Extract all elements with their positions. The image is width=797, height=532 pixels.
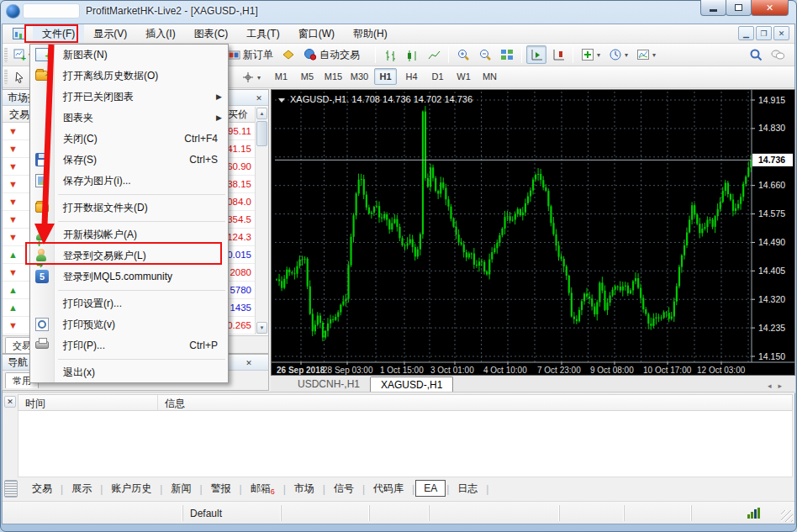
templates-button[interactable]: ▾: [633, 45, 659, 64]
autotrading-button[interactable]: 自动交易: [300, 45, 363, 64]
svg-text:10 Oct 17:00: 10 Oct 17:00: [643, 366, 692, 375]
quick-access-area: [23, 3, 80, 18]
timeframe-m30[interactable]: M30: [348, 68, 371, 85]
mdi-restore-button[interactable]: ❐: [756, 26, 772, 40]
timeframe-m15[interactable]: M15: [322, 68, 345, 85]
chart-tab-usdcnh[interactable]: USDCNH-,H1: [288, 377, 370, 392]
timeframe-d1[interactable]: D1: [426, 68, 449, 85]
new-order-button[interactable]: 新订单: [224, 45, 277, 64]
title-bar[interactable]: ProfitMarketHK-Live2 - [XAGUSD-,H1] ✕: [0, 0, 797, 24]
arrow-down-icon: ▼: [8, 143, 18, 155]
toolbar-grip[interactable]: [4, 47, 8, 62]
bid-price: 95.11: [228, 126, 251, 136]
menu-item-18[interactable]: 退出(x): [30, 362, 228, 383]
candle-icon: [405, 48, 419, 62]
timeframe-h1[interactable]: H1: [374, 68, 397, 85]
mdi-close-button[interactable]: ✕: [773, 26, 789, 40]
menu-item-15[interactable]: 打印预览(v): [30, 314, 228, 335]
status-bar: Default: [3, 501, 794, 524]
cursor-tool-button[interactable]: [9, 68, 29, 87]
candlestick-chart-button[interactable]: [402, 45, 422, 64]
auto-scroll-button[interactable]: [526, 45, 546, 64]
terminal-tab-10[interactable]: 日志: [450, 479, 485, 498]
indicators-button[interactable]: ▾: [578, 45, 604, 64]
menu-item-0[interactable]: 新图表(N): [30, 45, 228, 66]
arrow-down-icon: ▼: [8, 231, 18, 243]
terminal-grip[interactable]: [4, 480, 18, 498]
market-watch-close-icon[interactable]: ✕: [253, 92, 265, 103]
chart-shift-button[interactable]: [548, 45, 568, 64]
menu-item-1[interactable]: 打开离线历史数据(O): [30, 66, 228, 87]
time-column-header[interactable]: 时间: [18, 395, 158, 410]
menu-item-5[interactable]: 保存(S)Ctrl+S: [30, 150, 228, 171]
terminal-tab-6[interactable]: 市场: [287, 479, 322, 498]
community-chat-button[interactable]: [768, 45, 788, 64]
mdi-minimize-button[interactable]: ▁: [738, 26, 754, 40]
line-chart-button[interactable]: [424, 45, 444, 64]
terminal-tab-8[interactable]: 代码库: [366, 479, 411, 498]
toolbar-grip-2[interactable]: [4, 69, 8, 84]
tab-scroll-icons[interactable]: ◂▸: [768, 382, 789, 390]
zoom-out-button[interactable]: [475, 45, 495, 64]
svg-text:4 Oct 10:00: 4 Oct 10:00: [483, 366, 527, 375]
message-column-header[interactable]: 信息: [158, 395, 792, 410]
autotrade-icon: [303, 48, 317, 62]
tile-windows-button[interactable]: [497, 45, 517, 64]
candlestick-chart[interactable]: 14.91514.83014.66014.57514.49014.40514.3…: [272, 90, 794, 375]
close-icon: ✕: [766, 3, 773, 13]
terminal-tab-0[interactable]: 交易: [24, 479, 60, 498]
terminal-tab-7[interactable]: 信号: [326, 479, 362, 498]
navigator-close-icon[interactable]: ✕: [243, 356, 255, 368]
terminal-tab-5[interactable]: 邮箱6: [243, 479, 282, 498]
menubar-item-4[interactable]: 工具(T): [237, 24, 288, 43]
menu-item-3[interactable]: 图表夹▶: [30, 108, 228, 129]
annotation-box-login-item: [25, 242, 222, 265]
zoom-in-button[interactable]: [453, 45, 473, 64]
chart-window[interactable]: 14.91514.83014.66014.57514.49014.40514.3…: [271, 89, 795, 376]
chart-tab-xagusd[interactable]: XAGUSD-,H1: [370, 377, 453, 392]
crosshair-tool-button[interactable]: ▾: [238, 68, 264, 87]
scroll-thumb[interactable]: [256, 121, 267, 146]
timeframe-h4[interactable]: H4: [400, 68, 423, 85]
resize-grip[interactable]: [781, 510, 793, 522]
terminal-tab-2[interactable]: 账户历史: [103, 479, 159, 498]
menubar-item-3[interactable]: 图表(C): [185, 24, 238, 43]
menu-item-14[interactable]: 打印设置(r)...: [30, 293, 228, 314]
market-watch-scrollbar[interactable]: ▲ ▼: [255, 107, 268, 334]
timeframe-m1[interactable]: M1: [270, 68, 293, 85]
menu-item-4[interactable]: 关闭(C)Ctrl+F4: [30, 129, 228, 150]
menubar-item-2[interactable]: 插入(I): [136, 24, 184, 43]
terminal-close-icon[interactable]: ✕: [4, 396, 16, 408]
expert-advisors-icon[interactable]: [278, 45, 298, 64]
status-profile[interactable]: Default: [182, 505, 281, 521]
menu-item-6[interactable]: 保存为图片(i)...: [30, 171, 228, 192]
menu-item-12[interactable]: 登录到MQL5.community: [30, 266, 228, 287]
close-button[interactable]: ✕: [751, 0, 789, 16]
menubar-item-1[interactable]: 显示(V): [84, 24, 136, 43]
timeframe-w1[interactable]: W1: [452, 68, 475, 85]
terminal-tab-1[interactable]: 展示: [64, 479, 99, 498]
terminal-tab-4[interactable]: 警报: [203, 479, 239, 498]
terminal-tab-ea[interactable]: EA: [415, 480, 446, 497]
menu-item-8[interactable]: 打开数据文件夹(D): [30, 198, 228, 219]
svg-text:3 Oct 01:00: 3 Oct 01:00: [430, 366, 474, 375]
periods-button[interactable]: ▾: [605, 45, 631, 64]
menubar-item-5[interactable]: 窗口(W): [289, 24, 344, 43]
scroll-up-icon[interactable]: ▲: [256, 108, 267, 119]
timeframe-mn[interactable]: MN: [478, 68, 501, 85]
scroll-down-icon[interactable]: ▼: [256, 322, 267, 334]
terminal-content: [18, 411, 793, 477]
minimize-button[interactable]: [700, 0, 726, 16]
restore-icon: [735, 4, 742, 11]
menubar-item-6[interactable]: 帮助(H): [344, 24, 397, 43]
timeframe-m5[interactable]: M5: [296, 68, 319, 85]
menu-item-2[interactable]: 打开已关闭图表▶: [30, 87, 228, 108]
terminal-tab-3[interactable]: 新闻: [163, 479, 198, 498]
toolbar-separator: [521, 46, 522, 63]
bar-chart-button[interactable]: [380, 45, 400, 64]
menu-item-16[interactable]: 打印(P)...Ctrl+P: [30, 335, 228, 356]
print-preview-icon: [35, 318, 49, 331]
menu-separator: [30, 219, 228, 224]
restore-button[interactable]: [726, 0, 752, 16]
search-button[interactable]: [746, 45, 766, 64]
